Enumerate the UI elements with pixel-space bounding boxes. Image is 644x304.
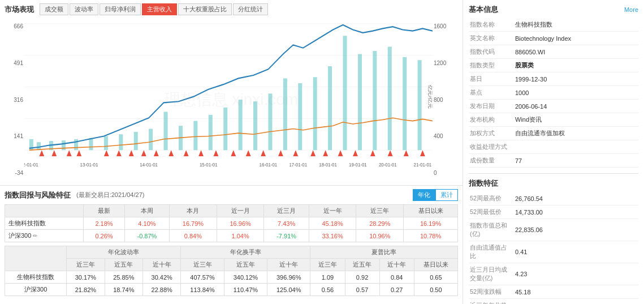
tab-zhuyingshouru[interactable]: 主营收入 <box>142 3 177 15</box>
col-header-name <box>5 205 84 217</box>
risk-table-container: 年化波动率 年化换手率 夏普比率 近三年 近五年 近十年 近三年 近五年 近十年… <box>5 246 458 296</box>
cell-csi300-week: -0.87% <box>124 230 169 242</box>
risk-col-header-turnover: 年化换手率 <box>181 246 310 259</box>
basic-info-title: 基本信息 <box>469 5 498 15</box>
y-left-316: 316 <box>6 97 23 103</box>
risk-csi300-v3: 21.82% <box>67 284 105 296</box>
svg-marker-37 <box>104 150 109 156</box>
risk-sub-s-5y: 近五年 <box>345 259 379 271</box>
trait-label-float: 自由流通值占比 <box>469 241 514 263</box>
svg-rect-10 <box>89 138 93 150</box>
risk-col-header-name <box>5 246 67 271</box>
svg-marker-39 <box>129 150 134 156</box>
svg-text:亿元/亿元: 亿元/亿元 <box>427 84 433 109</box>
col-header-since: 基日以来 <box>404 205 458 217</box>
info-label-publisher: 发布机构 <box>469 113 514 127</box>
svg-marker-42 <box>168 150 174 156</box>
risk-csi300-t10: 125.04% <box>267 284 310 296</box>
tab-guimu[interactable]: 归母净利润 <box>100 3 141 15</box>
trait-value-float: 0.41 <box>514 241 638 263</box>
risk-biotech-t3: 407.57% <box>181 271 224 284</box>
trait-label-turnover3y: 近三年年化换手率 <box>469 299 514 305</box>
cell-csi300-1y: 33.16% <box>309 230 356 242</box>
toggle-cumulative[interactable]: 累计 <box>435 189 458 201</box>
tab-chengjiao[interactable]: 成交额 <box>40 3 68 15</box>
info-value-count: 77 <box>514 154 638 168</box>
row-label-biotech: 生物科技指数 <box>5 217 84 230</box>
cell-csi300-month: 0.84% <box>170 230 217 242</box>
cell-csi300-1m: 1.04% <box>217 230 264 242</box>
svg-rect-28 <box>358 54 362 150</box>
edit-icon[interactable]: ✏ <box>33 233 38 238</box>
risk-col-header-volatility: 年化波动率 <box>67 246 181 259</box>
cell-biotech-month: 16.79% <box>170 217 217 230</box>
info-label-return-method: 收益处理方式 <box>469 140 514 154</box>
svg-marker-43 <box>184 150 189 156</box>
toggle-annualized[interactable]: 年化 <box>413 189 435 201</box>
col-header-month: 本月 <box>170 205 217 217</box>
svg-marker-34 <box>51 150 57 156</box>
info-label-basepoint: 基点 <box>469 86 514 100</box>
risk-sub-t-3y: 近三年 <box>181 259 224 271</box>
right-panel: 基本信息 More 指数名称 生物科技指数 英文名称 Biotechnology… <box>463 0 644 304</box>
svg-marker-55 <box>370 150 375 156</box>
table-row: 沪深300 ✏ 0.26% -0.87% 0.84% 1.04% -7.91% … <box>5 230 458 242</box>
return-subtitle: (最新交易日:2021/04/27) <box>76 191 144 199</box>
svg-rect-15 <box>164 112 168 150</box>
cell-csi300-since: 10.78% <box>404 230 458 242</box>
svg-rect-19 <box>223 108 227 150</box>
y-left-neg34: -34 <box>6 170 23 176</box>
svg-marker-52 <box>323 150 328 156</box>
col-header-1m: 近一月 <box>217 205 264 217</box>
info-label-en: 英文名称 <box>469 32 514 45</box>
trait-value-mktcap: 22,835.06 <box>514 219 638 241</box>
cell-csi300-3y: 10.96% <box>356 230 404 242</box>
cell-biotech-3y: 28.29% <box>356 217 404 230</box>
risk-sub-s-since: 基日以来 <box>414 259 457 271</box>
info-label-type: 指数类型 <box>469 59 514 72</box>
svg-marker-46 <box>231 150 236 156</box>
svg-marker-44 <box>198 150 204 156</box>
svg-rect-18 <box>209 115 213 150</box>
svg-rect-9 <box>74 139 78 150</box>
svg-marker-58 <box>420 150 425 156</box>
info-row-return-method: 收益处理方式 <box>469 140 638 154</box>
tab-bar: 成交额 波动率 归母净利润 主营收入 十大权重股占比 分红统计 <box>40 3 268 15</box>
info-value-publisher: Wind资讯 <box>514 113 638 127</box>
svg-marker-54 <box>353 150 358 156</box>
trait-value-vol: 4.23 <box>514 263 638 285</box>
svg-marker-56 <box>388 150 393 156</box>
tab-shida[interactable]: 十大权重股占比 <box>178 3 232 15</box>
col-header-3m: 近三月 <box>264 205 309 217</box>
risk-biotech-ssince: 0.65 <box>414 271 457 284</box>
risk-biotech-t5: 340.12% <box>224 271 267 284</box>
svg-rect-22 <box>268 93 272 150</box>
more-link[interactable]: More <box>624 6 638 13</box>
svg-marker-38 <box>116 150 122 156</box>
info-row-basedate: 基日 1999-12-30 <box>469 72 638 86</box>
trait-row-52chg: 52周涨跌幅 45.18 <box>469 285 638 299</box>
svg-text:14-01-01: 14-01-01 <box>140 161 158 168</box>
tab-bodong[interactable]: 波动率 <box>70 3 98 15</box>
info-label-name: 指数名称 <box>469 18 514 32</box>
return-title: 指数回报与风险特征 <box>5 190 71 200</box>
y-left-491: 491 <box>6 60 23 66</box>
risk-biotech-s3: 1.09 <box>310 271 345 284</box>
info-value-weight: 自由流通市值加权 <box>514 127 638 140</box>
risk-csi300-v10: 22.88% <box>142 284 180 296</box>
svg-marker-49 <box>278 150 283 156</box>
traits-section: 指数特征 52周最高价 26,760.54 52周最低价 14,733.00 指… <box>469 173 638 304</box>
info-value-code: 886050.WI <box>514 45 638 59</box>
svg-rect-23 <box>283 78 287 150</box>
y-right-1600: 1600 <box>434 23 457 29</box>
col-header-3y: 近三年 <box>356 205 404 217</box>
trait-row-vol: 近三月日均成交量(亿) 4.23 <box>469 263 638 285</box>
info-value-basepoint: 1000 <box>514 86 638 100</box>
tab-fenhong[interactable]: 分红统计 <box>233 3 268 15</box>
trait-row-float: 自由流通值占比 0.41 <box>469 241 638 263</box>
left-panel: 市场表现 成交额 波动率 归母净利润 主营收入 十大权重股占比 分红统计 理想信… <box>0 0 463 304</box>
info-row-basepoint: 基点 1000 <box>469 86 638 100</box>
info-value-name: 生物科技指数 <box>514 18 638 32</box>
cell-biotech-1m: 16.96% <box>217 217 264 230</box>
svg-rect-11 <box>104 136 108 150</box>
